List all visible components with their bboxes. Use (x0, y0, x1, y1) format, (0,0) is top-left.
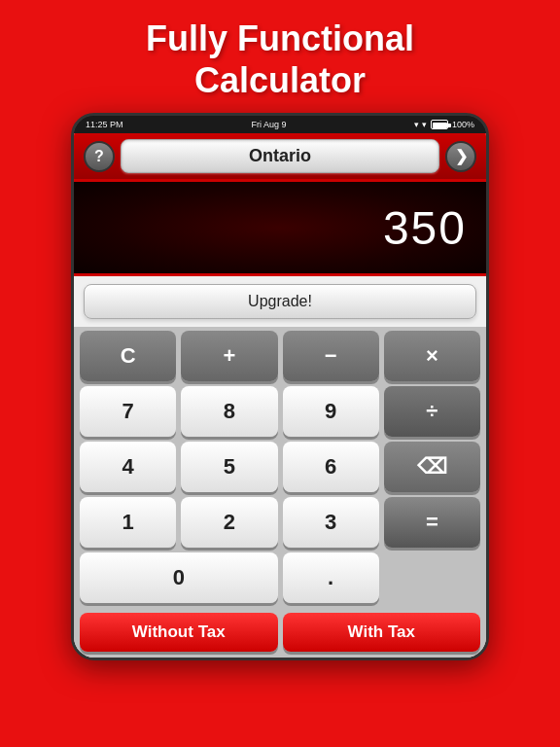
calc-buttons: C + − × 7 8 9 ÷ (74, 327, 486, 607)
calc-display: 350 (74, 179, 486, 276)
header-bar: ? Ontario ❯ (74, 133, 486, 179)
equals-button[interactable]: = (384, 497, 480, 548)
status-right: ▾ ▾ 100% (414, 120, 474, 129)
battery-indicator (431, 120, 448, 129)
btn-8[interactable]: 8 (181, 386, 277, 437)
btn-5[interactable]: 5 (181, 442, 277, 492)
btn-4[interactable]: 4 (80, 442, 176, 492)
status-bar: 11:25 PM Fri Aug 9 ▾ ▾ 100% (74, 116, 486, 133)
province-display: Ontario (121, 139, 439, 173)
multiply-button[interactable]: × (384, 331, 480, 381)
subtract-button[interactable]: − (283, 331, 379, 381)
btn-0[interactable]: 0 (80, 552, 278, 603)
btn-2[interactable]: 2 (181, 497, 277, 548)
page-title: Fully Functional Calculator (126, 0, 434, 113)
upgrade-button[interactable]: Upgrade! (84, 284, 476, 319)
next-button[interactable]: ❯ (445, 141, 476, 172)
battery-percent: 100% (452, 120, 474, 129)
device-frame: 11:25 PM Fri Aug 9 ▾ ▾ 100% ? Ontario ❯ … (71, 113, 489, 660)
without-tax-button[interactable]: Without Tax (80, 613, 278, 652)
btn-7[interactable]: 7 (80, 386, 176, 437)
backspace-button[interactable]: ⌫ (384, 442, 480, 492)
status-date: Fri Aug 9 (251, 120, 286, 129)
divide-button[interactable]: ÷ (384, 386, 480, 437)
help-button[interactable]: ? (84, 141, 115, 172)
add-button[interactable]: + (181, 331, 277, 381)
btn-3[interactable]: 3 (283, 497, 379, 548)
decimal-button[interactable]: . (283, 552, 379, 603)
app-content: ? Ontario ❯ 350 Upgrade! C + (74, 133, 486, 658)
wifi-icon: ▾ ▾ (414, 120, 427, 129)
btn-9[interactable]: 9 (283, 386, 379, 437)
display-value: 350 (383, 201, 467, 255)
btn-6[interactable]: 6 (283, 442, 379, 492)
tax-buttons: Without Tax With Tax (74, 607, 486, 658)
upgrade-bar: Upgrade! (74, 276, 486, 327)
btn-1[interactable]: 1 (80, 497, 176, 548)
with-tax-button[interactable]: With Tax (283, 613, 481, 652)
clear-button[interactable]: C (80, 331, 176, 381)
status-time: 11:25 PM (86, 120, 123, 129)
